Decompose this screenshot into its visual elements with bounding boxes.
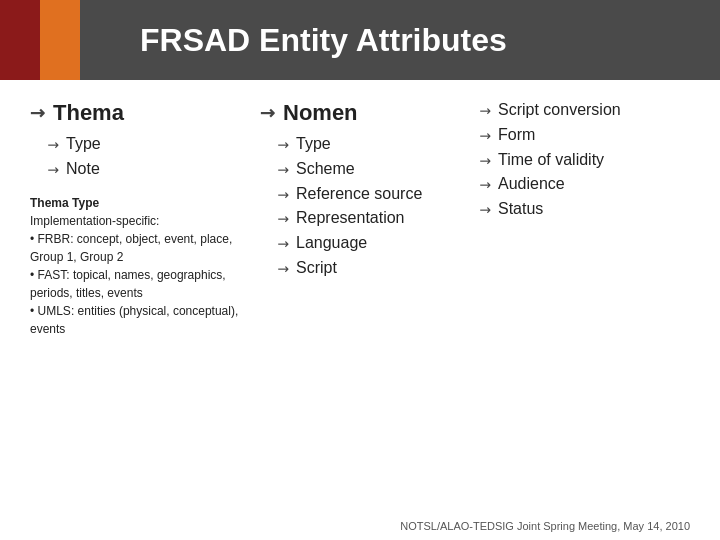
slide: FRSAD Entity Attributes ↗ Thema ↗ Type ↗…	[0, 0, 720, 540]
list-item: ↗ Note	[48, 159, 240, 180]
type-arrow-icon: ↗	[43, 134, 64, 155]
audience-label: Audience	[498, 174, 565, 195]
list-item: ↗ Form	[480, 125, 645, 146]
nomen-title-text: Nomen	[283, 100, 358, 126]
time-validity-label: Time of validity	[498, 150, 604, 171]
list-item: ↗ Audience	[480, 174, 645, 195]
footer-text: NOTSL/ALAO-TEDSIG Joint Spring Meeting, …	[400, 520, 690, 532]
thema-item-list: ↗ Type ↗ Note	[30, 134, 240, 184]
reference-arrow-icon: ↗	[273, 184, 294, 205]
thema-type-box-title: Thema Type	[30, 196, 99, 210]
representation-label: Representation	[296, 208, 405, 229]
attributes-column: ↗ Script conversion ↗ Form ↗ Time of val…	[480, 100, 645, 506]
nomen-column: ↗ Nomen ↗ Type ↗ Scheme ↗ Reference sour…	[260, 100, 460, 506]
status-label: Status	[498, 199, 543, 220]
audience-arrow-icon: ↗	[475, 175, 496, 196]
reference-label: Reference source	[296, 184, 422, 205]
nomen-item-list: ↗ Type ↗ Scheme ↗ Reference source ↗ Rep…	[260, 134, 460, 283]
scheme-label: Scheme	[296, 159, 355, 180]
representation-arrow-icon: ↗	[273, 209, 294, 230]
language-arrow-icon: ↗	[273, 234, 294, 255]
thema-note-label: Note	[66, 159, 100, 180]
thema-title-text: Thema	[53, 100, 124, 126]
thema-type-box-line1: Implementation-specific:	[30, 214, 159, 228]
nomen-type-arrow-icon: ↗	[273, 134, 294, 155]
list-item: ↗ Representation	[278, 208, 460, 229]
footer: NOTSL/ALAO-TEDSIG Joint Spring Meeting, …	[0, 516, 720, 540]
header-accent	[0, 0, 80, 80]
list-item: ↗ Status	[480, 199, 645, 220]
header: FRSAD Entity Attributes	[0, 0, 720, 80]
list-item: ↗ Type	[48, 134, 240, 155]
thema-section-title: ↗ Thema	[30, 100, 240, 126]
nomen-type-label: Type	[296, 134, 331, 155]
list-item: ↗ Script conversion	[480, 100, 645, 121]
accent-orange	[40, 0, 80, 80]
scheme-arrow-icon: ↗	[273, 159, 294, 180]
list-item: ↗ Scheme	[278, 159, 460, 180]
thema-type-box-umls: • UMLS: entities (physical, conceptual),…	[30, 304, 238, 336]
list-item: ↗ Script	[278, 258, 460, 279]
script-conversion-label: Script conversion	[498, 100, 621, 121]
attributes-list-wrapper: ↗ Script conversion ↗ Form ↗ Time of val…	[480, 100, 645, 224]
thema-arrow-icon: ↗	[24, 100, 50, 126]
form-label: Form	[498, 125, 535, 146]
nomen-section-title: ↗ Nomen	[260, 100, 460, 126]
script-arrow-icon: ↗	[273, 258, 294, 279]
status-arrow-icon: ↗	[475, 200, 496, 221]
thema-type-box-fast: • FAST: topical, names, geographics, per…	[30, 268, 226, 300]
content-area: ↗ Thema ↗ Type ↗ Note Thema Type Impleme…	[0, 80, 720, 516]
form-arrow-icon: ↗	[475, 125, 496, 146]
time-arrow-icon: ↗	[475, 150, 496, 171]
thema-type-box-frbr: • FRBR: concept, object, event, place, G…	[30, 232, 232, 264]
note-arrow-icon: ↗	[43, 159, 64, 180]
attributes-item-list: ↗ Script conversion ↗ Form ↗ Time of val…	[480, 100, 645, 220]
script-conv-arrow-icon: ↗	[475, 100, 496, 121]
list-item: ↗ Reference source	[278, 184, 460, 205]
thema-type-box: Thema Type Implementation-specific: • FR…	[30, 194, 240, 338]
list-item: ↗ Time of validity	[480, 150, 645, 171]
nomen-arrow-icon: ↗	[254, 100, 280, 126]
language-label: Language	[296, 233, 367, 254]
thema-type-label: Type	[66, 134, 101, 155]
page-title: FRSAD Entity Attributes	[140, 22, 507, 59]
list-item: ↗ Language	[278, 233, 460, 254]
list-item: ↗ Type	[278, 134, 460, 155]
script-label: Script	[296, 258, 337, 279]
accent-red	[0, 0, 40, 80]
thema-column: ↗ Thema ↗ Type ↗ Note Thema Type Impleme…	[30, 100, 240, 506]
